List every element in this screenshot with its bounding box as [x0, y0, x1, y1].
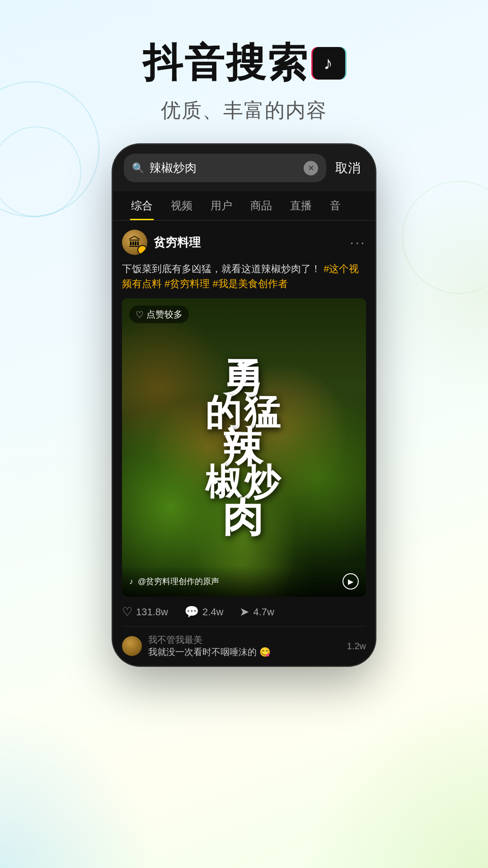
comment-content: 我不管我最美 我就没一次看时不咽唾沫的 😋	[148, 634, 341, 658]
search-bar: 🔍 辣椒炒肉 ✕ 取消	[113, 145, 375, 191]
comment-likes-count: 1.2w	[347, 641, 366, 651]
author-avatar: 🏛	[122, 230, 147, 255]
phone-screen: 🔍 辣椒炒肉 ✕ 取消 综合 视频 用户	[113, 145, 375, 665]
play-icon: ▶	[348, 577, 353, 586]
commenter-avatar	[122, 636, 142, 656]
post-plain-text: 下饭菜到底有多凶猛，就看这道辣椒炒肉了！	[122, 263, 321, 274]
commenter-name: 我不管我最美	[148, 634, 341, 646]
tab-视频[interactable]: 视频	[162, 191, 202, 220]
more-options-button[interactable]: ···	[350, 234, 366, 251]
post-author-row: 🏛 贫穷料理 ···	[122, 230, 366, 255]
share-icon: ➤	[239, 605, 249, 619]
video-title-overlay: 勇 的猛 辣 椒炒 肉	[122, 298, 366, 597]
header: 抖音搜索 ♪ 优质、丰富的内容	[0, 0, 488, 124]
phone-frame: 🔍 辣椒炒肉 ✕ 取消 综合 视频 用户	[113, 145, 375, 665]
tab-label: 视频	[171, 199, 192, 212]
tab-音[interactable]: 音	[321, 191, 350, 220]
tab-label: 综合	[131, 199, 153, 212]
tab-直播[interactable]: 直播	[281, 191, 321, 220]
play-button[interactable]: ▶	[343, 573, 359, 590]
heart-icon: ♡	[122, 605, 132, 619]
tiktok-music-icon: ♪	[129, 577, 133, 586]
tab-label: 商品	[250, 199, 272, 212]
comments-count: 2.4w	[202, 606, 223, 618]
engagement-row: ♡ 131.8w 💬 2.4w ➤ 4.7w	[122, 597, 366, 626]
video-thumbnail[interactable]: ♡ 点赞较多 勇 的猛 辣 椒炒 肉	[122, 298, 366, 597]
search-results: 🏛 贫穷料理 ··· 下饭菜到底有多凶猛，就看这道辣椒炒肉了！ #这个视频有点料…	[113, 221, 375, 665]
post-text: 下饭菜到底有多凶猛，就看这道辣椒炒肉了！ #这个视频有点料 #贫穷料理 #我是美…	[122, 261, 366, 291]
tab-label: 用户	[211, 199, 232, 212]
tiktok-logo-badge: ♪	[313, 47, 345, 80]
video-big-text: 勇 的猛 辣 椒炒 肉	[122, 298, 366, 597]
shares-count: 4.7w	[253, 606, 274, 618]
tab-label: 音	[330, 199, 341, 212]
author-name[interactable]: 贫穷料理	[154, 235, 343, 250]
tab-商品[interactable]: 商品	[241, 191, 281, 220]
clear-icon: ✕	[308, 163, 314, 173]
tab-用户[interactable]: 用户	[202, 191, 241, 220]
title-line-5: 肉	[222, 497, 266, 538]
search-tabs: 综合 视频 用户 商品 直播 音	[113, 191, 375, 221]
share-button[interactable]: ➤ 4.7w	[239, 605, 274, 619]
search-icon: 🔍	[132, 162, 144, 174]
search-clear-button[interactable]: ✕	[304, 161, 318, 175]
app-title: 抖音搜索 ♪	[0, 36, 488, 90]
tab-综合[interactable]: 综合	[122, 191, 162, 220]
likes-count: 131.8w	[136, 606, 168, 618]
title-text: 抖音搜索	[143, 36, 309, 90]
comments-button[interactable]: 💬 2.4w	[184, 605, 223, 619]
tab-label: 直播	[290, 199, 312, 212]
search-query: 辣椒炒肉	[150, 160, 298, 176]
avatar-image: 🏛	[122, 230, 147, 255]
app-subtitle: 优质、丰富的内容	[0, 97, 488, 124]
cancel-button[interactable]: 取消	[332, 160, 364, 177]
comment-icon: 💬	[184, 605, 199, 619]
phone-mockup: 🔍 辣椒炒肉 ✕ 取消 综合 视频 用户	[113, 145, 375, 665]
likes-button[interactable]: ♡ 131.8w	[122, 605, 168, 619]
comment-text: 我就没一次看时不咽唾沫的 😋	[148, 646, 341, 658]
comment-preview: 我不管我最美 我就没一次看时不咽唾沫的 😋 1.2w	[122, 626, 366, 665]
search-input-container[interactable]: 🔍 辣椒炒肉 ✕	[124, 154, 326, 182]
video-source-text: @贫穷料理创作的原声	[138, 576, 338, 587]
video-bottom-bar: ♪ @贫穷料理创作的原声 ▶	[122, 566, 366, 597]
